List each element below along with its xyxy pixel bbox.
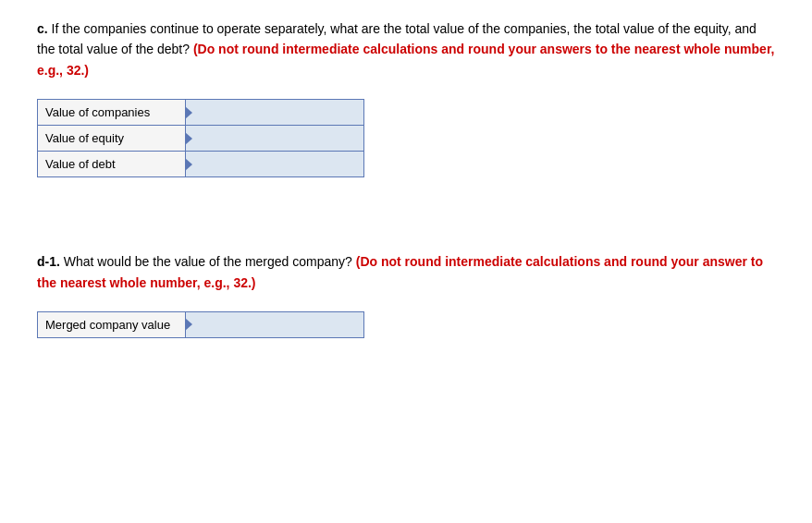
row-label-1: Value of equity — [38, 126, 186, 152]
row-arrow-icon-0 — [185, 106, 192, 119]
merged-table-row: Merged company value — [38, 311, 364, 337]
table-row: Value of equity — [38, 126, 364, 152]
question-d1-block: d-1. What would be the value of the merg… — [37, 251, 775, 338]
merged-row-input-cell-0[interactable] — [186, 311, 364, 337]
question-c-table: Value of companiesValue of equityValue o… — [37, 99, 364, 177]
question-d1-normal-text: What would be the value of the merged co… — [64, 254, 352, 269]
question-c-block: c. If the companies continue to operate … — [37, 18, 775, 177]
row-input-1[interactable] — [193, 129, 356, 147]
row-input-2[interactable] — [193, 155, 356, 173]
section-divider — [37, 205, 775, 233]
row-input-cell-1[interactable] — [186, 126, 364, 152]
table-row: Value of companies — [38, 100, 364, 126]
question-d1-text: d-1. What would be the value of the merg… — [37, 251, 775, 293]
question-d1-table: Merged company value — [37, 311, 364, 338]
row-input-cell-0[interactable] — [186, 100, 364, 126]
row-input-cell-2[interactable] — [186, 152, 364, 177]
question-d1-label: d-1. — [37, 254, 60, 269]
question-c-text: c. If the companies continue to operate … — [37, 18, 775, 80]
merged-row-arrow-icon-0 — [185, 318, 192, 331]
merged-row-label-0: Merged company value — [38, 311, 186, 337]
merged-row-input-0[interactable] — [193, 316, 356, 334]
row-label-0: Value of companies — [38, 100, 186, 126]
row-arrow-icon-1 — [185, 132, 192, 145]
question-c-label: c. — [37, 21, 48, 36]
row-input-0[interactable] — [193, 103, 356, 121]
row-arrow-icon-2 — [185, 158, 192, 171]
table-row: Value of debt — [38, 152, 364, 177]
row-label-2: Value of debt — [38, 152, 186, 177]
